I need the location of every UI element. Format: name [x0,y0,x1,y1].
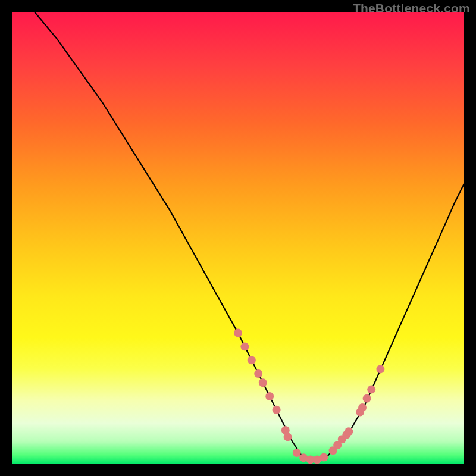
data-marker [259,378,267,387]
chart-svg [12,12,464,464]
watermark-text: TheBottleneck.com [353,1,470,15]
data-marker [363,394,371,403]
data-marker [265,392,274,400]
chart-frame: TheBottleneck.com [0,0,476,476]
data-marker [273,406,281,414]
marker-group [234,329,384,464]
data-marker [376,365,384,373]
data-marker [320,453,328,462]
data-marker [358,403,367,412]
data-marker [240,342,249,350]
data-marker [284,433,292,441]
data-marker [293,449,301,457]
data-marker [367,386,375,394]
data-marker [254,369,262,378]
bottleneck-curve [12,12,464,459]
data-marker [234,329,242,337]
chart-plot-area [12,12,464,464]
data-marker [248,356,256,364]
data-marker [345,427,353,436]
